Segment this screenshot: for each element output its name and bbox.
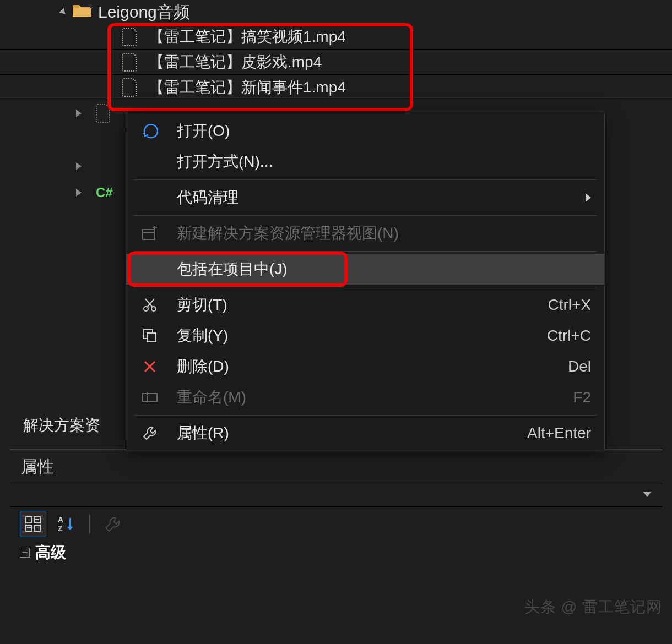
solution-explorer-tab-label[interactable]: 解决方案资 bbox=[23, 415, 100, 436]
properties-panel-title[interactable]: 属性 bbox=[10, 450, 662, 484]
wrench-icon bbox=[136, 425, 164, 441]
menu-label: 剪切(T) bbox=[177, 294, 548, 315]
new-view-icon bbox=[136, 226, 164, 241]
properties-wrench-button[interactable] bbox=[100, 511, 126, 537]
submenu-arrow-icon bbox=[586, 193, 591, 202]
expand-icon[interactable] bbox=[59, 8, 68, 17]
menu-label: 打开方式(N)... bbox=[177, 151, 591, 172]
svg-line-7 bbox=[147, 299, 154, 307]
menu-shortcut: Del bbox=[568, 358, 591, 375]
file-icon bbox=[122, 53, 137, 72]
menu-include-in-project[interactable]: 包括在项目中(J) bbox=[126, 254, 604, 285]
categorized-button[interactable]: ++ bbox=[20, 511, 46, 537]
delete-x-icon bbox=[136, 359, 164, 374]
menu-shortcut: Ctrl+C bbox=[547, 327, 591, 345]
rename-icon bbox=[136, 391, 164, 403]
svg-rect-10 bbox=[147, 333, 156, 342]
properties-toolbar: ++ AZ bbox=[10, 506, 662, 541]
svg-rect-13 bbox=[143, 394, 157, 401]
copy-icon bbox=[136, 328, 164, 343]
menu-label: 新建解决方案资源管理器视图(N) bbox=[177, 223, 591, 244]
menu-properties[interactable]: 属性(R) Alt+Enter bbox=[126, 418, 604, 449]
svg-text:A: A bbox=[58, 515, 63, 524]
svg-line-8 bbox=[145, 299, 153, 307]
svg-text:Z: Z bbox=[58, 524, 63, 533]
csharp-icon: C# bbox=[96, 185, 113, 200]
context-menu: 打开(O) 打开方式(N)... 代码清理 新建解决方案资源管理器视图(N) 包… bbox=[126, 113, 605, 451]
menu-label: 属性(R) bbox=[177, 423, 527, 444]
file-label: 【雷工笔记】皮影戏.mp4 bbox=[143, 52, 322, 73]
properties-object-dropdown[interactable] bbox=[10, 484, 662, 506]
menu-delete[interactable]: 删除(D) Del bbox=[126, 351, 604, 382]
menu-label: 包括在项目中(J) bbox=[177, 259, 591, 280]
folder-icon bbox=[73, 3, 91, 22]
properties-panel: 属性 ++ AZ − 高级 bbox=[10, 449, 662, 565]
file-icon bbox=[122, 78, 137, 97]
file-row-2[interactable]: 【雷工笔记】新闻事件1.mp4 bbox=[0, 75, 672, 100]
menu-copy[interactable]: 复制(Y) Ctrl+C bbox=[126, 320, 604, 351]
menu-separator bbox=[134, 415, 597, 416]
scissors-icon bbox=[136, 297, 164, 313]
dropdown-icon bbox=[643, 492, 651, 497]
menu-shortcut: Ctrl+X bbox=[548, 296, 591, 314]
menu-shortcut: F2 bbox=[573, 389, 591, 406]
menu-label: 重命名(M) bbox=[177, 387, 573, 408]
folder-row-leigong-audio[interactable]: Leigong音频 bbox=[0, 0, 672, 24]
file-label: 【雷工笔记】新闻事件1.mp4 bbox=[143, 77, 346, 98]
category-label: 高级 bbox=[35, 542, 66, 563]
menu-separator bbox=[134, 179, 597, 180]
menu-label: 复制(Y) bbox=[177, 325, 547, 346]
expand-icon[interactable] bbox=[76, 110, 82, 117]
file-row-0[interactable]: 【雷工笔记】搞笑视频1.mp4 bbox=[0, 24, 672, 50]
svg-rect-3 bbox=[143, 230, 155, 239]
svg-text:+: + bbox=[28, 517, 30, 523]
menu-open[interactable]: 打开(O) bbox=[126, 116, 604, 146]
menu-label: 打开(O) bbox=[177, 121, 591, 141]
file-label: 【雷工笔记】搞笑视频1.mp4 bbox=[143, 26, 346, 47]
file-icon bbox=[122, 28, 137, 46]
file-icon bbox=[96, 104, 110, 123]
collapse-icon[interactable]: − bbox=[20, 548, 30, 558]
menu-separator bbox=[134, 215, 597, 216]
alphabetical-button[interactable]: AZ bbox=[53, 511, 79, 537]
menu-rename: 重命名(M) F2 bbox=[126, 382, 604, 413]
watermark: 头条 @ 雷工笔记网 bbox=[524, 597, 662, 618]
svg-text:+: + bbox=[36, 526, 39, 531]
menu-cut[interactable]: 剪切(T) Ctrl+X bbox=[126, 290, 604, 320]
menu-separator bbox=[134, 287, 597, 287]
file-row-1[interactable]: 【雷工笔记】皮影戏.mp4 bbox=[0, 50, 672, 75]
menu-shortcut: Alt+Enter bbox=[527, 424, 591, 442]
menu-open-with[interactable]: 打开方式(N)... bbox=[126, 146, 604, 177]
menu-label: 删除(D) bbox=[177, 356, 568, 377]
expand-icon[interactable] bbox=[76, 162, 82, 170]
menu-code-cleanup[interactable]: 代码清理 bbox=[126, 182, 604, 213]
folder-label: Leigong音频 bbox=[98, 1, 190, 24]
menu-label: 代码清理 bbox=[177, 187, 586, 208]
expand-icon[interactable] bbox=[76, 189, 82, 197]
menu-new-solution-view: 新建解决方案资源管理器视图(N) bbox=[126, 218, 604, 249]
category-advanced[interactable]: − 高级 bbox=[10, 541, 662, 565]
menu-separator bbox=[134, 251, 597, 252]
open-arrow-icon bbox=[136, 123, 164, 139]
